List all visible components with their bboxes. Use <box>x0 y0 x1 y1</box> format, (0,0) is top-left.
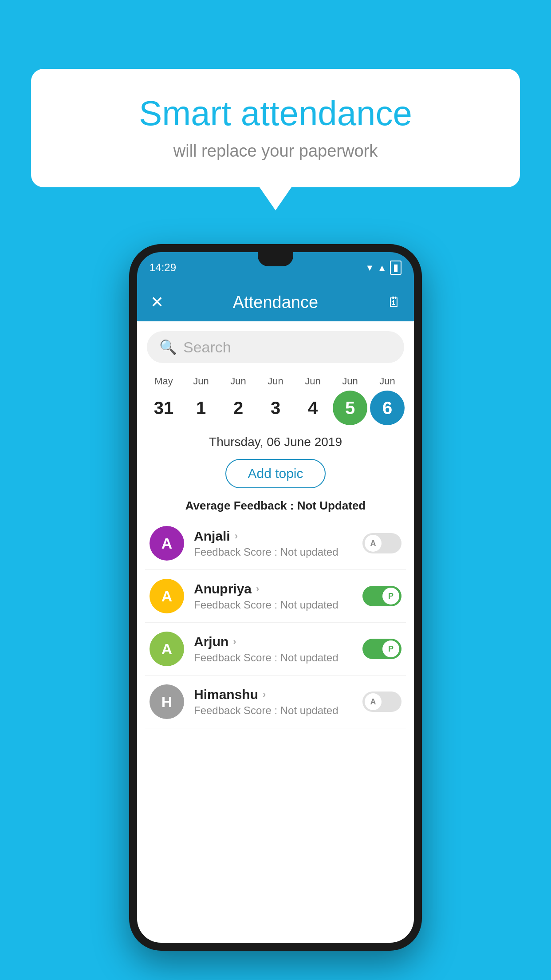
student-info: Himanshu ›Feedback Score : Not updated <box>194 687 353 717</box>
calendar-day-2[interactable]: Jun2 <box>221 375 256 425</box>
student-name: Himanshu › <box>194 687 353 702</box>
notch <box>258 252 293 266</box>
toggle-knob: P <box>382 588 399 605</box>
attendance-toggle[interactable]: P <box>362 639 401 659</box>
student-list: AAnjali ›Feedback Score : Not updatedAAA… <box>137 517 414 728</box>
bubble-title: Smart attendance <box>58 93 493 134</box>
search-bar[interactable]: 🔍 Search <box>147 331 404 363</box>
avg-feedback-label: Average Feedback : <box>185 499 294 512</box>
chevron-icon: › <box>256 583 259 595</box>
calendar-strip: May31Jun1Jun2Jun3Jun4Jun5Jun6 <box>137 368 414 427</box>
cal-month-label: Jun <box>258 375 293 387</box>
student-score: Feedback Score : Not updated <box>194 704 353 717</box>
cal-month-label: Jun <box>221 375 256 387</box>
calendar-day-4[interactable]: Jun4 <box>295 375 330 425</box>
cal-day-number: 4 <box>295 391 330 425</box>
average-feedback: Average Feedback : Not Updated <box>137 493 414 517</box>
battery-icon: ▮ <box>390 261 401 275</box>
selected-date: Thursday, 06 June 2019 <box>137 427 414 454</box>
cal-month-label: May <box>146 375 181 387</box>
student-info: Anjali ›Feedback Score : Not updated <box>194 529 353 558</box>
cal-day-number: 31 <box>146 391 181 425</box>
cal-month-label: Jun <box>370 375 405 387</box>
chevron-icon: › <box>263 689 266 700</box>
cal-day-number: 5 <box>333 391 367 425</box>
calendar-day-3[interactable]: Jun3 <box>258 375 293 425</box>
status-icons: ▼ ▲ ▮ <box>365 261 401 275</box>
cal-day-number: 3 <box>258 391 293 425</box>
cal-day-number: 2 <box>221 391 256 425</box>
toggle-knob: P <box>382 640 399 657</box>
student-score: Feedback Score : Not updated <box>194 599 353 611</box>
calendar-button[interactable]: 🗓 <box>387 295 401 310</box>
signal-icon: ▲ <box>378 263 386 273</box>
avatar: A <box>150 579 184 613</box>
calendar-day-0[interactable]: May31 <box>146 375 181 425</box>
cal-month-label: Jun <box>184 375 218 387</box>
search-icon: 🔍 <box>159 339 177 356</box>
student-name: Anupriya › <box>194 581 353 597</box>
calendar-day-1[interactable]: Jun1 <box>184 375 218 425</box>
status-bar: 14:29 ▼ ▲ ▮ <box>137 252 414 283</box>
chevron-icon: › <box>233 636 236 648</box>
cal-day-number: 1 <box>184 391 218 425</box>
avg-feedback-value: Not Updated <box>297 499 366 512</box>
cal-month-label: Jun <box>333 375 367 387</box>
search-placeholder: Search <box>183 339 231 356</box>
student-item-3[interactable]: HHimanshu ›Feedback Score : Not updatedA <box>145 676 406 728</box>
app-bar-title: Attendance <box>233 293 318 312</box>
calendar-day-5[interactable]: Jun5 <box>333 375 367 425</box>
student-name: Anjali › <box>194 529 353 544</box>
cal-day-number: 6 <box>370 391 405 425</box>
phone-mockup: 14:29 ▼ ▲ ▮ ✕ Attendance 🗓 🔍 Search May3… <box>129 244 422 951</box>
attendance-toggle[interactable]: P <box>362 586 401 606</box>
close-button[interactable]: ✕ <box>150 293 164 312</box>
toggle-knob: A <box>365 693 382 710</box>
student-score: Feedback Score : Not updated <box>194 652 353 664</box>
attendance-toggle[interactable]: A <box>362 692 401 712</box>
student-score: Feedback Score : Not updated <box>194 546 353 558</box>
phone-outer: 14:29 ▼ ▲ ▮ ✕ Attendance 🗓 🔍 Search May3… <box>129 244 422 951</box>
avatar: H <box>150 684 184 719</box>
cal-month-label: Jun <box>295 375 330 387</box>
student-info: Anupriya ›Feedback Score : Not updated <box>194 581 353 611</box>
app-bar: ✕ Attendance 🗓 <box>137 283 414 321</box>
calendar-day-6[interactable]: Jun6 <box>370 375 405 425</box>
screen-content: 🔍 Search May31Jun1Jun2Jun3Jun4Jun5Jun6 T… <box>137 321 414 943</box>
bubble-subtitle: will replace your paperwork <box>58 142 493 161</box>
avatar: A <box>150 632 184 666</box>
status-time: 14:29 <box>150 261 176 274</box>
student-name: Arjun › <box>194 634 353 649</box>
add-topic-button[interactable]: Add topic <box>225 459 325 488</box>
speech-bubble: Smart attendance will replace your paper… <box>31 69 520 187</box>
wifi-icon: ▼ <box>365 263 374 273</box>
attendance-toggle[interactable]: A <box>362 533 401 553</box>
chevron-icon: › <box>235 530 238 542</box>
student-item-2[interactable]: AArjun ›Feedback Score : Not updatedP <box>145 623 406 676</box>
avatar: A <box>150 526 184 561</box>
student-info: Arjun ›Feedback Score : Not updated <box>194 634 353 664</box>
toggle-knob: A <box>365 535 382 552</box>
student-item-1[interactable]: AAnupriya ›Feedback Score : Not updatedP <box>145 570 406 623</box>
student-item-0[interactable]: AAnjali ›Feedback Score : Not updatedA <box>145 517 406 570</box>
